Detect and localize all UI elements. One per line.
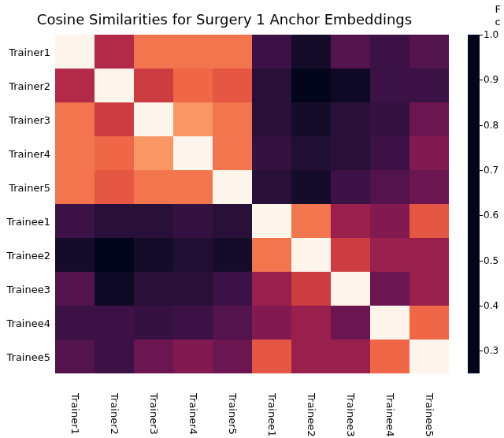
heatmap-cell — [55, 238, 94, 272]
heatmap-cell — [55, 102, 94, 136]
colorbar-tick-label: 0.8 — [484, 121, 504, 130]
x-tick-label: Trainer2 — [94, 393, 134, 432]
heatmap-cell — [291, 306, 331, 340]
heatmap-cell — [173, 340, 213, 373]
heatmap-cell — [213, 306, 252, 340]
colorbar-tick-mark — [480, 125, 483, 126]
heatmap-cell — [134, 102, 173, 136]
heatmap-cell — [94, 35, 134, 69]
heatmap-cell — [370, 340, 410, 373]
heatmap-cell — [94, 102, 134, 136]
heatmap-cell — [291, 204, 331, 238]
heatmap-cell — [134, 170, 173, 204]
heatmap-cell — [291, 69, 331, 102]
colorbar-tick-mark — [480, 80, 483, 80]
colorbar-tick-label: 1.0 — [484, 30, 504, 39]
heatmap-cell — [252, 136, 291, 170]
heatmap-cell — [55, 35, 94, 69]
y-tick-label: Trainer5 — [0, 183, 50, 193]
heatmap-cell — [134, 69, 173, 102]
heatmap-cell — [173, 238, 213, 272]
heatmap-cell — [331, 238, 370, 272]
colorbar-tick-label: 0.3 — [484, 346, 504, 355]
heatmap-cell — [370, 306, 410, 340]
colorbar-tick-mark — [480, 170, 483, 171]
heatmap-cell — [252, 272, 291, 306]
heatmap-cell — [410, 238, 449, 272]
heatmap-cell — [94, 306, 134, 340]
x-tick-label: Trainer3 — [134, 393, 173, 432]
colorbar-tick-label: 0.9 — [484, 75, 504, 84]
heatmap-cell — [291, 272, 331, 306]
heatmap-cell — [94, 69, 134, 102]
colorbar-tick-mark — [480, 261, 483, 262]
heatmap-cell — [252, 306, 291, 340]
heatmap-cell — [213, 204, 252, 238]
heatmap-cell — [55, 170, 94, 204]
cropped-letter-2: c — [495, 16, 501, 28]
heatmap-cell — [252, 170, 291, 204]
heatmap-cell — [331, 69, 370, 102]
x-tick-label: Trainee4 — [370, 393, 410, 432]
heatmap-cell — [213, 340, 252, 373]
y-tick-label: Trainer3 — [0, 115, 50, 125]
heatmap-cell — [134, 272, 173, 306]
x-tick-label: Trainer4 — [173, 393, 213, 432]
heatmap-cell — [291, 35, 331, 69]
heatmap-cell — [173, 136, 213, 170]
y-tick-label: Trainer2 — [0, 81, 50, 91]
heatmap-cell — [55, 340, 94, 373]
heatmap-cell — [370, 35, 410, 69]
colorbar-gradient — [468, 35, 480, 373]
heatmap-cell — [331, 35, 370, 69]
heatmap-cell — [252, 102, 291, 136]
heatmap-cell — [331, 204, 370, 238]
x-tick-label: Trainer1 — [55, 393, 94, 432]
heatmap-cell — [291, 102, 331, 136]
heatmap-cell — [370, 136, 410, 170]
heatmap-cell — [252, 204, 291, 238]
heatmap-cell — [55, 69, 94, 102]
heatmap-cell — [410, 35, 449, 69]
heatmap-cell — [213, 238, 252, 272]
heatmap-cell — [410, 272, 449, 306]
heatmap-cell — [331, 170, 370, 204]
y-tick-label: Trainee2 — [0, 251, 50, 261]
heatmap-cell — [55, 204, 94, 238]
heatmap-cell — [370, 204, 410, 238]
cropped-text-fragment: F c — [495, 3, 501, 28]
heatmap-cell — [291, 238, 331, 272]
heatmap-cell — [331, 272, 370, 306]
heatmap-cell — [173, 170, 213, 204]
heatmap-cell — [331, 136, 370, 170]
heatmap-cell — [331, 102, 370, 136]
heatmap-cell — [173, 272, 213, 306]
heatmap-cell — [94, 340, 134, 373]
colorbar-tick-label: 0.4 — [484, 301, 504, 310]
x-tick-label: Trainee2 — [291, 393, 331, 432]
x-tick-label: Trainee3 — [331, 393, 370, 432]
heatmap-cell — [291, 340, 331, 373]
y-tick-label: Trainee4 — [0, 318, 50, 328]
heatmap-cell — [370, 102, 410, 136]
heatmap-cell — [94, 272, 134, 306]
heatmap-cell — [213, 170, 252, 204]
heatmap-cell — [370, 170, 410, 204]
heatmap — [55, 35, 449, 373]
colorbar-tick-label: 0.5 — [484, 256, 504, 265]
heatmap-cell — [94, 170, 134, 204]
heatmap-cell — [252, 340, 291, 373]
colorbar — [468, 35, 480, 373]
y-tick-label: Trainee5 — [0, 352, 50, 362]
colorbar-tick-mark — [480, 35, 483, 35]
heatmap-cell — [410, 306, 449, 340]
heatmap-cell — [134, 238, 173, 272]
heatmap-cell — [173, 102, 213, 136]
heatmap-cell — [410, 170, 449, 204]
heatmap-cell — [94, 136, 134, 170]
colorbar-tick-label: 0.6 — [484, 210, 504, 220]
heatmap-cell — [94, 238, 134, 272]
colorbar-tick-mark — [480, 215, 483, 216]
heatmap-cell — [370, 272, 410, 306]
heatmap-cell — [55, 306, 94, 340]
